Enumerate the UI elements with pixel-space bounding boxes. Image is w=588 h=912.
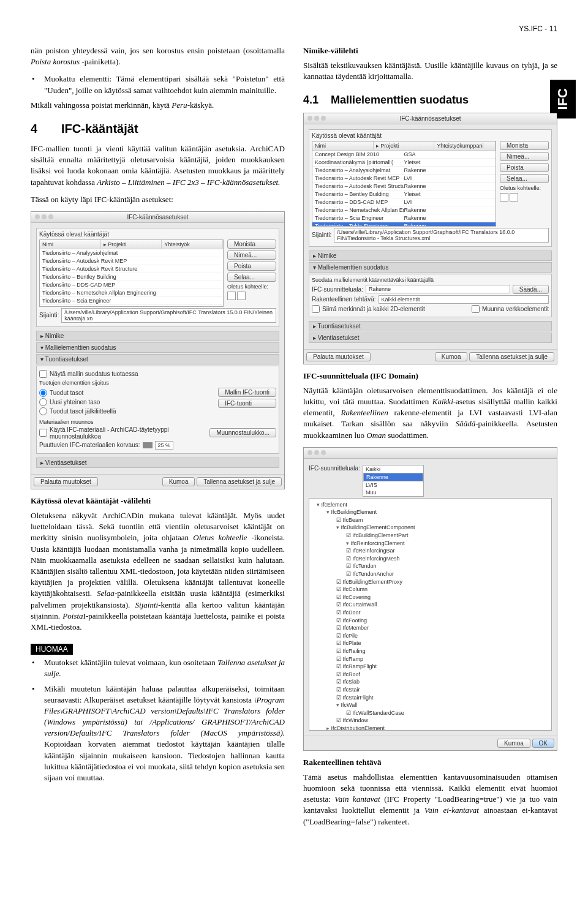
tree-node[interactable]: IfcBuildingElement — [312, 508, 549, 516]
tree-node[interactable]: IfcReinforcingBar — [312, 547, 549, 555]
tree-node[interactable]: IfcStairFlight — [312, 694, 549, 702]
revert-button[interactable]: Palauta muutokset — [306, 352, 371, 361]
delete-button[interactable]: Poista — [227, 262, 276, 271]
screenshot-ifc-settings-2: IFC-käännösasetukset Käytössä olevat kää… — [303, 113, 557, 364]
disclosure-nimike[interactable]: ▸ Nimike — [309, 251, 552, 261]
tree-node[interactable]: IfcBuildingElementProxy — [312, 578, 549, 586]
subheading: Rakenteellinen tehtävä — [303, 757, 557, 768]
tree-node[interactable]: IfcCurtainWall — [312, 601, 549, 609]
domain-select[interactable]: Rakenne — [366, 285, 510, 293]
tree-node[interactable]: IfcRamp — [312, 655, 549, 663]
location-field[interactable]: /Users/ville/Library/Application Support… — [334, 228, 549, 243]
structural-select[interactable]: Kaikki elementit — [379, 295, 549, 304]
disclosure-export[interactable]: ▸ Vientiasetukset — [309, 333, 552, 343]
browse-button[interactable]: Selaa... — [227, 273, 276, 282]
tree-node[interactable]: IfcPile — [312, 632, 549, 640]
show-filter-checkbox[interactable] — [39, 370, 47, 378]
subheading: IFC-suunnitteluala (IFC Domain) — [303, 371, 557, 382]
screenshot-ifc-settings-1: IFC-käännösasetukset Käytössä olevat kää… — [31, 211, 285, 489]
tree-node[interactable]: IfcWall — [312, 701, 549, 709]
tree-node[interactable]: IfcCovering — [312, 594, 549, 601]
default-label: Oletus kohteelle: — [227, 284, 276, 290]
paragraph: Sisältää tekstikuvauksen kääntäjästä. Uu… — [303, 60, 557, 82]
screenshot-ifc-domain-tree: IFC-suunnitteluala: Kaikki Rakenne LVIS … — [303, 447, 557, 751]
tree-node[interactable]: IfcDoor — [312, 609, 549, 617]
list-item: Muutokset kääntäjiin tulevat voimaan, ku… — [38, 657, 285, 679]
tree-node[interactable]: IfcRailing — [312, 647, 549, 655]
disclosure-filter[interactable]: ▾ Mallielementtien suodatus — [309, 262, 552, 273]
transfer-2d-checkbox[interactable] — [312, 305, 320, 313]
translator-list[interactable]: Nimi▸ ProjektiYhteistyökumppani Concept … — [312, 141, 496, 227]
tree-node[interactable]: IfcMember — [312, 624, 549, 632]
tree-node[interactable]: IfcWindow — [312, 717, 549, 725]
rename-button[interactable]: Nimeä... — [500, 152, 549, 161]
conversion-table-button[interactable]: Muunnostaulukko... — [209, 428, 276, 437]
disclosure-import[interactable]: ▾ Tuontiasetukset — [36, 354, 279, 364]
subheading: Käytössä olevat kääntäjät -välilehti — [31, 496, 285, 507]
tree-node[interactable]: IfcReinforcingElement — [312, 540, 549, 548]
section-heading-41: 4.1Mallielementtien suodatus — [303, 94, 557, 107]
disclosure-filter[interactable]: ▾ Mallielementtien suodatus — [36, 342, 279, 353]
tree-node[interactable]: IfcColumn — [312, 586, 549, 594]
ifc-element-tree[interactable]: IfcElementIfcBuildingElementIfcBeamIfcBu… — [309, 498, 552, 731]
ifc-import-button[interactable]: IFC-tuonti — [218, 399, 276, 408]
page-header: YS.IFC - 11 — [31, 24, 557, 33]
cancel-button[interactable]: Kumoa — [435, 352, 468, 361]
translator-list[interactable]: Nimi▸ ProjektiYhteistyök Tiedonsiirto – … — [39, 239, 224, 307]
list-item: Mikäli muutetun kääntäjän haluaa palautt… — [38, 684, 285, 784]
location-label: Sijainti: — [39, 312, 59, 318]
cancel-button[interactable]: Kumoa — [162, 477, 195, 486]
paragraph: Tämä asetus mahdollistaa elementtien kan… — [303, 772, 557, 827]
rename-button[interactable]: Nimeä... — [227, 251, 276, 260]
tree-node[interactable]: IfcRampFlight — [312, 663, 549, 671]
paragraph: Tässä on käyty läpi IFC-kääntäjän asetuk… — [31, 194, 285, 205]
duplicate-button[interactable]: Monista — [500, 141, 549, 150]
adjust-button[interactable]: Säädä... — [513, 285, 549, 294]
location-field[interactable]: /Users/ville/Library/Application Support… — [61, 308, 276, 323]
opt-new-level[interactable] — [39, 398, 47, 406]
tree-node[interactable]: IfcFooting — [312, 617, 549, 625]
tree-node[interactable]: IfcRoof — [312, 671, 549, 679]
note-badge: HUOMAA — [31, 644, 73, 655]
tree-node[interactable]: IfcBuildingElementComponent — [312, 524, 549, 532]
tree-node[interactable]: IfcDistributionElement — [312, 725, 549, 731]
disclosure-import[interactable]: ▸ Tuontiasetukset — [309, 321, 552, 331]
tree-node[interactable]: IfcReinforcingMesh — [312, 555, 549, 563]
right-column: Nimike-välilehti Sisältää tekstikuvaukse… — [303, 45, 557, 834]
model-ifc-import-button[interactable]: Mallin IFC-tuonti — [218, 388, 276, 397]
window-title: IFC-käännösasetukset — [304, 113, 557, 124]
opt-suffix[interactable] — [39, 407, 47, 415]
opt-levels[interactable] — [39, 389, 47, 397]
tree-node[interactable]: IfcTendon — [312, 562, 549, 570]
browse-button[interactable]: Selaa... — [500, 174, 549, 183]
cancel-button[interactable]: Kumoa — [497, 739, 530, 748]
domain-option-selected[interactable]: Rakenne — [363, 473, 423, 481]
convert-mesh-checkbox[interactable] — [472, 305, 480, 313]
tree-node[interactable]: IfcSlab — [312, 678, 549, 686]
paragraph: Näyttää kääntäjän oletusarvoisen element… — [303, 385, 557, 441]
paragraph: IFC-mallien tuonti ja vienti käyttää val… — [31, 143, 285, 188]
revert-button[interactable]: Palauta muutokset — [34, 477, 98, 486]
left-column: nän poiston yhteydessä vain, jos sen kor… — [31, 45, 285, 834]
save-close-button[interactable]: Tallenna asetukset ja sulje — [197, 477, 282, 486]
paragraph: Oletuksena näkyvät ArchiCADin mukana tul… — [31, 510, 285, 633]
list-item: Muokattu elementti: Tämä elementtipari s… — [38, 73, 285, 96]
disclosure-export[interactable]: ▸ Vientiasetukset — [36, 458, 279, 468]
tree-node[interactable]: IfcPlate — [312, 639, 549, 647]
tree-node[interactable]: IfcTendonAnchor — [312, 570, 549, 578]
delete-button[interactable]: Poista — [500, 163, 549, 172]
subheading: Nimike-välilehti — [303, 45, 557, 56]
disclosure-nimike[interactable]: ▸ Nimike — [36, 331, 279, 341]
tree-node[interactable]: IfcBuildingElementPart — [312, 532, 549, 540]
ok-button[interactable]: OK — [532, 739, 554, 748]
paragraph: Mikäli vahingossa poistat merkinnän, käy… — [31, 100, 285, 111]
material-checkbox[interactable] — [39, 429, 47, 437]
section-heading-4: 4IFC-kääntäjät — [31, 122, 285, 136]
tree-node[interactable]: IfcStair — [312, 686, 549, 694]
paragraph: nän poiston yhteydessä vain, jos sen kor… — [31, 45, 285, 67]
tree-node[interactable]: IfcElement — [312, 501, 549, 509]
tree-node[interactable]: IfcWallStandardCase — [312, 709, 549, 717]
save-close-button[interactable]: Tallenna asetukset ja sulje — [469, 352, 554, 361]
duplicate-button[interactable]: Monista — [227, 239, 276, 249]
tree-node[interactable]: IfcBeam — [312, 516, 549, 524]
